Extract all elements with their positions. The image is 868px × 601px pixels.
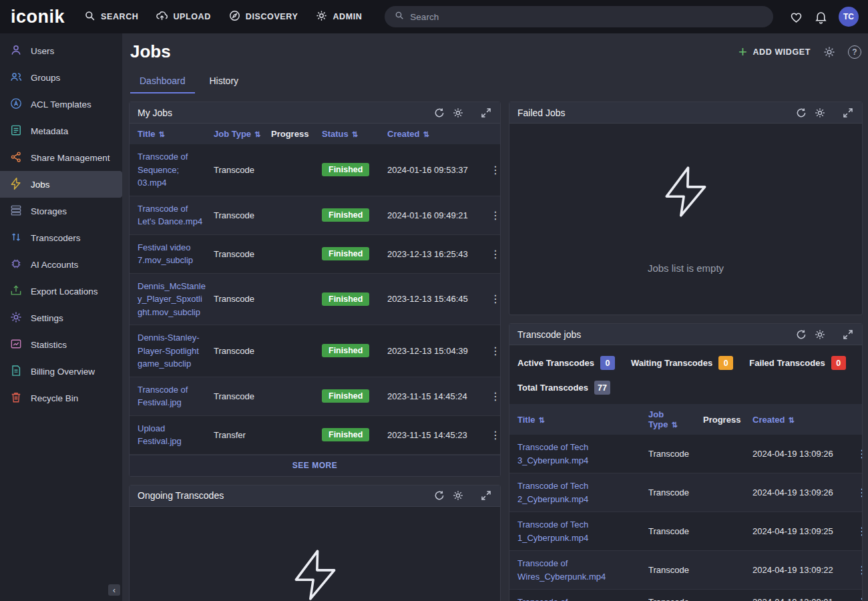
gear-icon[interactable] bbox=[452, 107, 464, 119]
stat-waiting-transcodes: Waiting Transcodes 0 bbox=[631, 356, 733, 370]
gear-icon bbox=[9, 311, 23, 326]
job-created: 2024-04-19 13:09:26 bbox=[748, 435, 850, 473]
expand-icon[interactable] bbox=[842, 329, 854, 341]
heart-icon[interactable] bbox=[789, 10, 803, 24]
admin-gear-icon bbox=[315, 9, 328, 24]
column-header-created[interactable]: Created bbox=[383, 124, 483, 144]
nav-upload[interactable]: UPLOAD bbox=[156, 9, 210, 24]
job-title-link[interactable]: Dennis-Stanley-Player-Spotlight game_sub… bbox=[138, 333, 200, 369]
job-type: Transcode bbox=[644, 551, 699, 590]
nav-discovery[interactable]: DISCOVERY bbox=[228, 9, 298, 24]
kebab-menu-icon[interactable] bbox=[854, 596, 863, 601]
gear-icon[interactable] bbox=[452, 489, 464, 502]
kebab-menu-icon[interactable] bbox=[854, 447, 863, 460]
column-header-job-type[interactable]: Job Type bbox=[210, 124, 267, 144]
kebab-menu-icon[interactable] bbox=[854, 525, 863, 538]
kebab-menu-icon[interactable] bbox=[487, 292, 501, 305]
add-widget-button[interactable]: ADD WIDGET bbox=[738, 47, 811, 57]
job-progress bbox=[699, 551, 748, 590]
kebab-menu-icon[interactable] bbox=[487, 345, 501, 357]
stat-value-badge: 0 bbox=[600, 356, 615, 370]
job-title-link[interactable]: Transcode of bbox=[517, 597, 568, 601]
job-title-link[interactable]: Transcode of Let's Dance.mp4 bbox=[138, 204, 202, 227]
nav-search[interactable]: SEARCH bbox=[83, 9, 138, 24]
dashboard-settings-gear-icon[interactable] bbox=[823, 45, 836, 59]
sidebar-item-acl-templates[interactable]: ACL Templates bbox=[0, 91, 122, 118]
kebab-menu-icon[interactable] bbox=[487, 429, 501, 441]
my-jobs-table: Title Job Type Progress Status Created T… bbox=[130, 124, 500, 455]
sidebar-item-export-locations[interactable]: Export Locations bbox=[0, 278, 122, 305]
sidebar-item-share-management[interactable]: Share Management bbox=[0, 144, 122, 171]
kebab-menu-icon[interactable] bbox=[854, 564, 863, 576]
sidebar-item-statistics[interactable]: Statistics bbox=[0, 331, 122, 358]
job-title-link[interactable]: Dennis_McStanley_Player_Spxotlight.mov_s… bbox=[138, 281, 206, 317]
sidebar-item-ai-accounts[interactable]: AI Accounts bbox=[0, 251, 122, 278]
sidebar-item-groups[interactable]: Groups bbox=[0, 64, 122, 91]
main-content: Jobs ADD WIDGET Dashboard History My Job bbox=[122, 33, 868, 601]
job-created: 2024-04-19 13:09:25 bbox=[748, 512, 850, 551]
expand-icon[interactable] bbox=[480, 107, 492, 119]
expand-icon[interactable] bbox=[842, 107, 854, 119]
sort-icon bbox=[788, 416, 794, 424]
iconik-logo[interactable]: iconik bbox=[11, 7, 65, 27]
sidebar-item-transcoders[interactable]: Transcoders bbox=[0, 224, 122, 251]
refresh-icon[interactable] bbox=[433, 489, 445, 502]
job-title-link[interactable]: Transcode of Tech 2_Cyberpunk.mp4 bbox=[517, 481, 588, 504]
table-row: Dennis-Stanley-Player-Spotlight game_sub… bbox=[130, 325, 500, 377]
job-title-link[interactable]: Festival video 7.mov_subclip bbox=[138, 242, 193, 266]
job-title-link[interactable]: Transcode of Wires_Cyberpunk.mp4 bbox=[517, 558, 606, 582]
job-type: Transcode bbox=[210, 325, 267, 377]
column-header-title[interactable]: Title bbox=[509, 404, 644, 435]
search-icon bbox=[394, 10, 405, 23]
nav-admin[interactable]: ADMIN bbox=[315, 9, 362, 24]
bell-icon[interactable] bbox=[814, 10, 828, 24]
nav-upload-label: UPLOAD bbox=[173, 12, 210, 21]
nav-search-label: SEARCH bbox=[101, 12, 138, 21]
sidebar-item-storages[interactable]: Storages bbox=[0, 198, 122, 224]
kebab-menu-icon[interactable] bbox=[487, 390, 501, 403]
help-icon[interactable] bbox=[848, 45, 861, 59]
sidebar-item-users[interactable]: Users bbox=[0, 37, 122, 64]
column-header-status[interactable]: Status bbox=[318, 124, 383, 144]
job-title-link[interactable]: Transcode of Sequence; 03.mp4 bbox=[138, 152, 188, 188]
kebab-menu-icon[interactable] bbox=[487, 164, 501, 176]
sidebar-collapse-button[interactable] bbox=[108, 584, 120, 596]
column-header-created[interactable]: Created bbox=[748, 404, 850, 435]
sidebar-item-metadata[interactable]: Metadata bbox=[0, 118, 122, 144]
job-title-link[interactable]: Upload Festival.jpg bbox=[138, 423, 182, 447]
see-more-button[interactable]: SEE MORE bbox=[130, 455, 500, 476]
sidebar-item-billing-overview[interactable]: Billing Overview bbox=[0, 358, 122, 385]
sidebar-item-settings[interactable]: Settings bbox=[0, 305, 122, 331]
job-type: Transfer bbox=[210, 415, 267, 454]
refresh-icon[interactable] bbox=[433, 107, 445, 119]
kebab-menu-icon[interactable] bbox=[487, 209, 501, 222]
job-created: 2024-04-19 13:09:22 bbox=[748, 551, 850, 590]
gear-icon[interactable] bbox=[814, 107, 826, 119]
status-badge: Finished bbox=[322, 428, 369, 441]
kebab-menu-icon[interactable] bbox=[487, 248, 501, 260]
column-header-title[interactable]: Title bbox=[130, 124, 210, 144]
sidebar-item-label: Export Locations bbox=[31, 286, 98, 296]
refresh-icon[interactable] bbox=[795, 107, 807, 119]
widget-title: Failed Jobs bbox=[517, 108, 566, 118]
add-widget-label: ADD WIDGET bbox=[752, 47, 811, 57]
job-progress bbox=[699, 512, 748, 551]
gear-icon[interactable] bbox=[814, 329, 826, 341]
sidebar-item-recycle-bin[interactable]: Recycle Bin bbox=[0, 385, 122, 411]
job-title-link[interactable]: Transcode of Tech 1_Cyberpunk.mp4 bbox=[517, 520, 588, 543]
tab-history[interactable]: History bbox=[200, 71, 248, 93]
job-progress bbox=[699, 435, 748, 473]
avatar[interactable]: TC bbox=[839, 7, 859, 27]
tab-dashboard[interactable]: Dashboard bbox=[130, 71, 195, 93]
job-progress bbox=[699, 473, 748, 512]
expand-icon[interactable] bbox=[480, 489, 492, 502]
kebab-menu-icon[interactable] bbox=[854, 486, 863, 499]
job-type: Transcode bbox=[210, 234, 267, 273]
lightning-bolt-icon bbox=[657, 154, 714, 229]
job-title-link[interactable]: Transcode of Festival.jpg bbox=[138, 385, 188, 408]
column-header-job-type[interactable]: Job Type bbox=[644, 404, 699, 435]
refresh-icon[interactable] bbox=[795, 329, 807, 341]
search-input[interactable] bbox=[410, 12, 764, 22]
job-title-link[interactable]: Transcode of Tech 3_Cyberpunk.mp4 bbox=[517, 442, 588, 465]
sidebar-item-jobs[interactable]: Jobs bbox=[0, 171, 122, 198]
